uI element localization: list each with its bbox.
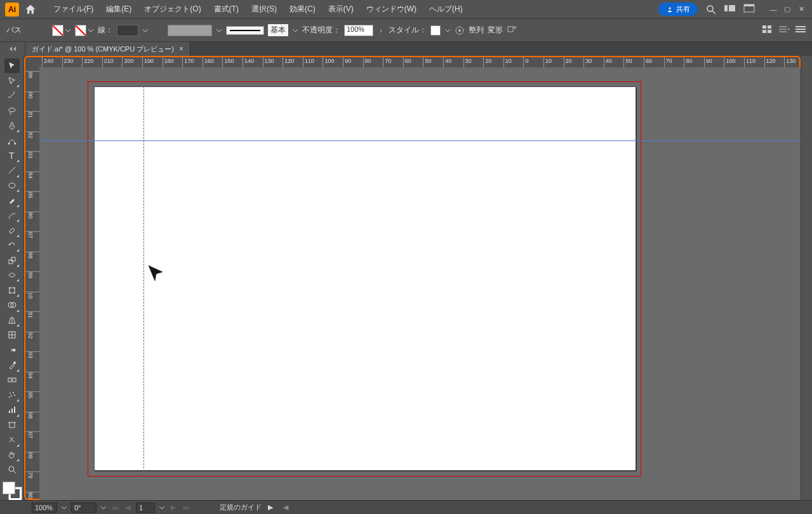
scale-tool[interactable] [4,253,20,267]
close-button[interactable]: ✕ [795,5,807,14]
magic-wand-tool[interactable] [4,88,20,103]
slice-tool[interactable] [4,433,20,447]
symbol-sprayer-tool[interactable] [4,388,20,402]
chevron-down-icon[interactable] [100,504,107,511]
prev-artboard-button[interactable]: ◀ [123,503,132,512]
last-artboard-button[interactable]: ⏭ [182,503,190,512]
artboard[interactable] [94,86,636,471]
align-label[interactable]: 整列 [469,25,484,36]
stroke-weight-field[interactable] [117,25,138,36]
vertical-guide[interactable] [143,67,144,500]
opacity-arrow-icon[interactable]: › [380,27,382,34]
selection-tool[interactable] [4,58,20,73]
hand-tool[interactable] [4,448,20,463]
menu-list: ファイル(F) 編集(E) オブジェクト(O) 書式(T) 選択(S) 効果(C… [47,0,469,18]
workspace-icon-2[interactable] [743,4,755,15]
horizontal-ruler[interactable]: 2402302202102001901801701601501401301201… [38,56,801,67]
first-artboard-button[interactable]: ⏮ [110,503,119,512]
rectangle-tool[interactable] [4,179,20,193]
fill-swatch-group[interactable] [52,25,71,36]
perspective-tool[interactable] [4,313,20,328]
zoom-tool[interactable] [4,463,20,477]
transform-label[interactable]: 変形 [488,25,503,36]
share-button[interactable]: 共有 [658,3,698,16]
ruler-tick: 91 [25,311,39,312]
blend-tool[interactable] [4,373,20,388]
rotate-tool[interactable] [4,238,20,253]
brush-preview[interactable] [226,26,264,35]
panel-expand-handle[interactable] [0,42,25,56]
workspace-icon-1[interactable] [724,4,736,15]
style-swatch[interactable] [430,25,441,36]
ruler-origin[interactable] [24,56,39,67]
width-tool[interactable] [4,268,20,283]
chevron-down-icon[interactable] [444,27,451,34]
opacity-field[interactable]: 100% [344,25,373,36]
left-toolbar: T [0,56,24,500]
right-panel-strip[interactable] [801,56,812,500]
pencil-tool[interactable] [4,208,20,223]
next-artboard-button[interactable]: ▶ [169,503,178,512]
chevron-down-icon[interactable] [292,27,298,34]
panel-icon-2[interactable] [779,25,789,36]
menu-file[interactable]: ファイル(F) [47,0,100,18]
paintbrush-tool[interactable] [4,193,20,208]
mesh-tool[interactable] [4,328,20,342]
minimize-button[interactable]: — [768,5,779,14]
chevron-down-icon[interactable] [216,27,222,34]
menu-object[interactable]: オブジェクト(O) [138,0,207,18]
maximize-button[interactable]: ▢ [782,5,793,14]
canvas-area[interactable] [39,67,801,500]
zoom-field[interactable]: 100% [32,503,57,513]
shape-builder-tool[interactable] [4,298,20,313]
fill-stroke-indicator[interactable] [3,482,22,500]
menu-help[interactable]: ヘルプ(H) [423,0,469,18]
home-icon[interactable] [24,3,37,16]
isolate-icon[interactable] [507,25,517,36]
line-tool[interactable] [4,163,20,178]
gradient-tool[interactable] [4,343,20,358]
type-tool[interactable]: T [4,148,20,163]
stroke-swatch[interactable] [75,25,86,36]
chevron-down-icon[interactable] [65,27,71,34]
vertical-ruler[interactable]: 9800818203840580078899109192939495080709… [24,66,39,500]
fill-indicator[interactable] [3,482,15,494]
chevron-down-icon[interactable] [61,504,67,511]
eyedropper-tool[interactable] [4,358,20,372]
chevron-down-icon[interactable] [142,27,149,34]
menu-type[interactable]: 書式(T) [208,0,245,18]
panel-menu-icon[interactable] [795,25,806,36]
ruler-tick: 30 [463,57,464,67]
recolor-icon[interactable] [455,25,465,36]
rotation-field[interactable]: 0° [71,503,97,513]
stroke-swatch-group[interactable] [75,25,94,36]
var-width-field[interactable] [168,25,212,36]
artboard-tool[interactable] [4,418,20,433]
lasso-tool[interactable] [4,104,20,118]
svg-rect-42 [8,378,11,382]
horizontal-guide[interactable] [39,140,801,141]
fill-swatch[interactable] [52,25,63,36]
artboard-field[interactable]: 1 [136,503,155,513]
graph-tool[interactable] [4,403,20,417]
chevron-down-icon[interactable] [88,27,94,34]
menu-edit[interactable]: 編集(E) [100,0,138,18]
direct-selection-tool[interactable] [4,74,20,88]
svg-point-46 [11,395,12,396]
search-icon[interactable] [705,4,717,15]
close-tab-icon[interactable]: × [179,44,183,53]
svg-point-48 [9,396,10,398]
pen-tool[interactable] [4,118,20,133]
document-tab[interactable]: ガイド.ai* @ 100 % (CMYK/CPU プレビュー) × [25,42,190,56]
free-transform-tool[interactable] [4,283,20,297]
chevron-down-icon[interactable] [159,504,165,511]
menu-view[interactable]: 表示(V) [322,0,360,18]
status-menu-icon[interactable]: ▶ [268,503,273,511]
menu-window[interactable]: ウィンドウ(W) [360,0,423,18]
panel-icon-1[interactable] [762,25,773,36]
eraser-tool[interactable] [4,223,20,238]
scroll-left-icon[interactable]: ◀ [283,503,288,511]
menu-effect[interactable]: 効果(C) [283,0,322,18]
menu-select[interactable]: 選択(S) [245,0,283,18]
curvature-tool[interactable] [4,133,20,148]
